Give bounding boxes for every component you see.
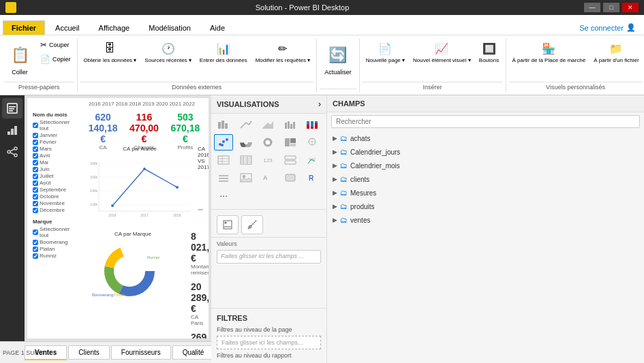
svg-line-14 [10, 149, 14, 151]
svg-text:A: A [263, 174, 268, 181]
copier-button[interactable]: 📄 Copier [37, 52, 74, 66]
nouvel-element-visuel-button[interactable]: 📈 Nouvel élément visuel ▾ [410, 38, 474, 65]
report-page[interactable]: 2016 2017 2018 2018 2019 2020 2021 2022 … [27, 98, 209, 338]
maximize-button[interactable]: □ [603, 3, 619, 12]
viz-icon-stacked-bar[interactable] [214, 116, 233, 133]
expand-icon: ▶ [333, 176, 337, 183]
svg-rect-72 [221, 121, 224, 129]
filter-page-text: Filtres au niveau de la page [217, 325, 321, 334]
sidebar-icon-data[interactable] [2, 120, 22, 140]
window-title: Solution - Power BI Desktop [20, 3, 584, 12]
svg-point-13 [14, 154, 17, 157]
actualiser-button[interactable]: 🔄 Actualiser [320, 38, 356, 79]
visual-icon: 📈 [433, 40, 450, 57]
viz-icon-kpi[interactable]: KPI [303, 152, 322, 168]
modifier-requetes-button[interactable]: ✏ Modifier les requêtes ▾ [252, 38, 313, 65]
ribbon-group-inserer: 📄 Nouvelle page ▾ 📈 Nouvel élément visue… [360, 38, 506, 92]
ca-par-marque-chart[interactable]: CA par Marque Boomerang Runniz Platan [85, 231, 181, 306]
fields-header: CHAMPS [327, 95, 644, 112]
ca-par-annee-chart[interactable]: CA par Année 180k 160k 140k 119k [85, 146, 194, 227]
viz-icon-more[interactable]: ··· [214, 187, 233, 204]
tab-accueil[interactable]: Accueil [46, 20, 88, 35]
tab-fournisseurs[interactable]: Fournisseurs [111, 345, 171, 360]
edit-icon: ✏ [275, 40, 291, 57]
person-icon: 👤 [626, 23, 636, 32]
field-group-ventes: ▶ 🗂 ventes [330, 214, 641, 226]
svg-point-26 [111, 204, 114, 207]
expand-icon: ▶ [333, 203, 337, 210]
fields-search-input[interactable] [331, 115, 640, 128]
field-group-achats: ▶ 🗂 achats [330, 132, 641, 144]
svg-text:Platan: Platan [113, 293, 125, 297]
tab-affichage[interactable]: Affichage [90, 20, 139, 35]
viz-icon-text[interactable]: A [258, 170, 277, 186]
svg-point-86 [222, 140, 225, 143]
entrer-donnees-button[interactable]: 📊 Entrer des données [196, 38, 251, 65]
minimize-button[interactable]: — [584, 3, 600, 12]
clock-icon: 🕐 [160, 40, 177, 57]
viz-icon-image[interactable] [236, 170, 256, 186]
viz-icon-shape[interactable] [281, 170, 300, 186]
drill-drop-zone[interactable]: Faites glisser ici les champs ... [217, 250, 321, 264]
svg-point-28 [176, 186, 179, 189]
tab-modelisation[interactable]: Modélisation [140, 20, 200, 35]
table-icon: 🗂 [340, 202, 348, 210]
ca-vs-chart[interactable]: CA 2016 VS 2017 CA 2016 CA 2017 [198, 146, 203, 227]
viz-icon-r-visual[interactable]: R [303, 170, 322, 186]
marketplace-icon: 🏪 [540, 40, 557, 57]
viz-icon-map[interactable] [303, 134, 322, 151]
tab-qualite[interactable]: Qualité [172, 345, 215, 360]
viz-icon-table[interactable] [214, 152, 233, 168]
viz-expand-icon[interactable]: › [318, 99, 321, 109]
viz-icon-area[interactable] [258, 116, 277, 133]
tab-aide[interactable]: Aide [201, 20, 234, 35]
sidebar-icon-model[interactable] [2, 142, 22, 162]
viz-icon-100-bar[interactable] [303, 116, 322, 133]
obtenir-donnees-button[interactable]: 🗄 Obtenir les données ▾ [80, 38, 140, 65]
viz-icon-pie[interactable] [236, 134, 256, 151]
viz-special-icons [211, 212, 326, 237]
boutons-button[interactable]: 🔲 Boutons [476, 38, 503, 65]
viz-icon-matrix[interactable] [236, 152, 256, 168]
viz-icon-donut[interactable] [258, 134, 277, 151]
tab-clients[interactable]: Clients [68, 345, 110, 360]
expand-icon: ▶ [333, 148, 337, 155]
viz-icon-line[interactable] [236, 116, 256, 133]
couper-button[interactable]: ✂ Couper [37, 38, 74, 52]
viz-icon-card[interactable]: 123 [258, 152, 277, 168]
viz-icon-slicer[interactable] [214, 170, 233, 186]
fields-list: ▶ 🗂 achats ▶ 🗂 Calendrier_jours ▶ 🗂 Cale… [327, 131, 644, 363]
from-file-button[interactable]: 📁 À partir d'un fichier [590, 38, 642, 65]
svg-point-11 [7, 151, 10, 153]
close-button[interactable]: ✕ [622, 3, 639, 12]
svg-rect-2 [7, 8, 10, 12]
visualizations-pane: VISUALISATIONS › [211, 95, 327, 363]
sources-recentes-button[interactable]: 🕐 Sources récentes ▾ [141, 38, 194, 65]
right-panel: VISUALISATIONS › [211, 95, 644, 363]
coller-button[interactable]: 📋 Coller [4, 38, 35, 79]
kpi-ca: 620 140,18 € CA [85, 112, 121, 151]
file-icon: 📁 [608, 40, 624, 57]
viz-icon-scatter[interactable] [214, 134, 233, 151]
viz-analytics-icon[interactable] [241, 215, 263, 234]
svg-text:R: R [309, 174, 314, 182]
svg-rect-8 [7, 131, 10, 135]
connect-button[interactable]: Se connecter 👤 [571, 20, 644, 35]
table-icon: 🗂 [340, 216, 348, 224]
filter-page-drop-zone[interactable]: Faites glisser ici les champs... [217, 336, 321, 349]
filter-section-mois: Nom du mois Sélectionner tout Janvier Fé… [33, 112, 80, 213]
viz-format-icon[interactable] [217, 215, 239, 234]
svg-rect-5 [9, 106, 16, 108]
viz-header-title: VISUALISATIONS [217, 100, 279, 108]
svg-marker-74 [262, 121, 273, 129]
table-icon: 🗂 [340, 134, 348, 142]
viz-icon-grouped-bar[interactable] [281, 116, 300, 133]
tab-fichier[interactable]: Fichier [3, 20, 45, 35]
svg-text:123: 123 [264, 157, 273, 163]
viz-icon-treemap[interactable] [281, 134, 300, 151]
marketplace-button[interactable]: 🏪 À partir de la Place de marché [509, 38, 589, 65]
sidebar-icon-report[interactable] [2, 98, 22, 119]
viz-icon-multirow-card[interactable] [281, 152, 300, 168]
nouvelle-page-button[interactable]: 📄 Nouvelle page ▾ [363, 38, 408, 65]
svg-rect-82 [311, 121, 313, 127]
